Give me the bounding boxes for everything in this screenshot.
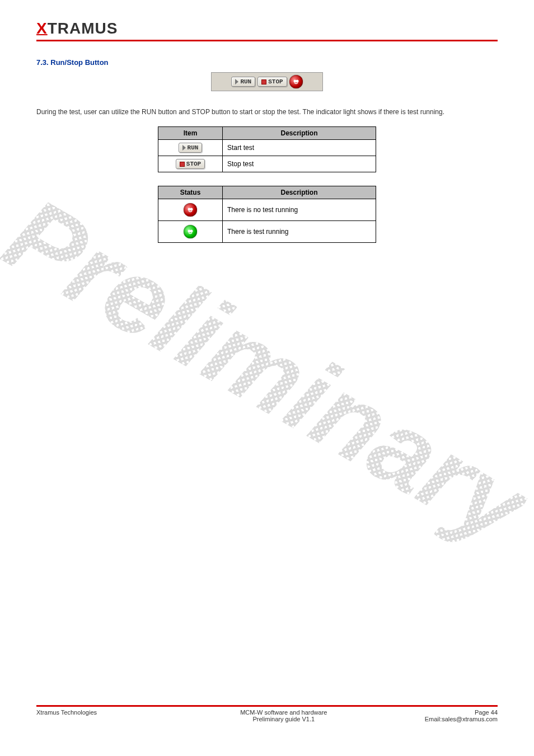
cell-green-desc: There is test running — [223, 221, 376, 243]
section-title: 7.3. Run/Stop Button — [36, 58, 498, 67]
table-row: There is test running — [158, 221, 376, 243]
status-led-red-icon — [289, 75, 303, 88]
cell-led-red — [158, 199, 223, 221]
play-icon — [182, 145, 186, 151]
stop-button-label: STOP — [268, 78, 283, 85]
header-item: Item — [158, 127, 223, 140]
table-header-row: Item Description — [158, 127, 376, 140]
stop-icon — [180, 162, 185, 167]
cell-led-green — [158, 221, 223, 243]
run-button-label: RUN — [240, 78, 251, 85]
play-icon — [235, 79, 238, 84]
table-header-row: Status Description — [158, 186, 376, 199]
run-button-label: RUN — [188, 144, 199, 151]
footer-left: Xtramus Technologies — [36, 709, 143, 716]
header-status: Status — [158, 186, 223, 199]
status-led-green-icon — [184, 225, 197, 238]
cell-run-icon: RUN — [158, 140, 223, 156]
footer-center-bottom: Preliminary guide V1.1 — [172, 716, 396, 722]
cell-stop-desc: Stop test — [223, 156, 376, 172]
logo-rest: TRAMUS — [48, 20, 118, 37]
toolbar-preview: RUN STOP — [211, 72, 323, 91]
footer-page: Page 44 — [425, 709, 498, 716]
cell-stop-icon: STOP — [158, 156, 223, 172]
header-description: Description — [223, 186, 376, 199]
svg-point-5 — [190, 230, 193, 233]
stop-button[interactable]: STOP — [257, 77, 287, 87]
table-row: STOP Stop test — [158, 156, 376, 172]
table-row: There is no test running — [158, 199, 376, 221]
footer-email: Email:sales@xtramus.com — [425, 716, 498, 722]
footer-rule — [36, 705, 498, 707]
brand-logo: XTRAMUS — [36, 20, 118, 37]
status-led-red-icon — [184, 203, 197, 217]
cell-run-desc: Start test — [223, 140, 376, 156]
stop-button-label: STOP — [186, 161, 201, 167]
status-description-table: Status Description There is no test runn… — [158, 186, 376, 243]
stop-button[interactable]: STOP — [176, 159, 205, 169]
table-row: RUN Start test — [158, 140, 376, 156]
header-description: Description — [223, 127, 376, 140]
item-description-table: Item Description RUN Start test STOP Sto… — [158, 126, 376, 172]
footer: Xtramus Technologies MCM-W software and … — [36, 705, 498, 722]
svg-point-1 — [296, 80, 298, 83]
run-button[interactable]: RUN — [179, 143, 203, 153]
description-paragraph: During the test, user can utilize the RU… — [36, 107, 498, 118]
stop-icon — [261, 79, 266, 84]
header: XTRAMUS — [36, 20, 498, 41]
footer-center-top: MCM-W software and hardware — [172, 709, 396, 716]
svg-point-3 — [190, 208, 193, 211]
run-button[interactable]: RUN — [231, 77, 255, 87]
logo-x-char: X — [36, 20, 48, 37]
cell-red-desc: There is no test running — [223, 199, 376, 221]
